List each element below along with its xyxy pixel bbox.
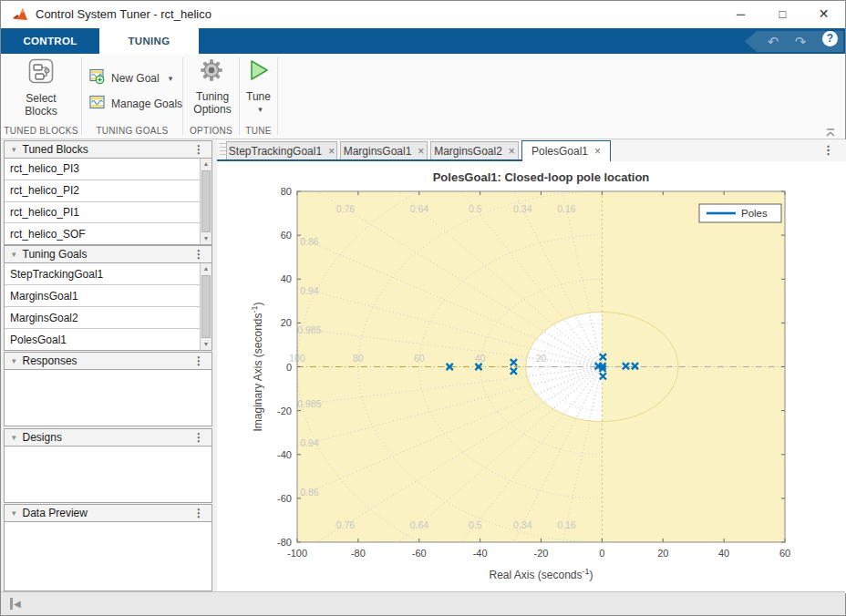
ribbon-group-label: TUNE: [240, 126, 277, 136]
tab-close-icon[interactable]: ×: [594, 145, 601, 158]
panel-collapse-left-icon[interactable]: ◀: [10, 598, 21, 610]
tab-tuning[interactable]: TUNING: [99, 28, 199, 54]
panel-header[interactable]: ▾ Designs ⋮: [4, 428, 212, 447]
panel-menu-icon[interactable]: ⋮: [186, 431, 212, 444]
help-icon[interactable]: ?: [822, 31, 838, 46]
document-tab-PolesGoal1[interactable]: PolesGoal1×: [521, 140, 611, 161]
scroll-up-icon[interactable]: ▲: [201, 159, 212, 169]
collapse-triangle-icon[interactable]: ▾: [12, 356, 16, 365]
y-tick-labels: -80-60-40-20020406080: [277, 186, 292, 548]
tuning-options-button[interactable]: Tuning Options: [183, 57, 239, 116]
manage-goals-button[interactable]: Manage Goals: [89, 94, 182, 114]
chevron-down-icon[interactable]: ▾: [243, 105, 277, 114]
svg-text:0.16: 0.16: [557, 519, 576, 530]
ribbon: Select Blocks TUNED BLOCKS New Goal: [1, 54, 845, 139]
list-item[interactable]: rct_helico_PI3: [5, 159, 200, 180]
tab-label: StepTrackingGoal1: [229, 145, 322, 158]
app-window: Control System Tuner - rct_helico ─ □ ✕ …: [0, 0, 846, 616]
panel-body: [4, 447, 212, 503]
select-blocks-label: Select Blocks: [12, 92, 70, 118]
list-item[interactable]: MarginsGoal1: [5, 285, 200, 307]
list-item[interactable]: rct_helico_PI1: [5, 202, 200, 224]
grip-icon[interactable]: [220, 143, 226, 158]
scroll-down-icon[interactable]: ▼: [201, 339, 212, 350]
tab-label: MarginsGoal1: [344, 145, 412, 158]
ribbon-collapse-icon[interactable]: [823, 126, 838, 137]
data-browser: ▾ Tuned Blocks ⋮ rct_helico_PI3rct_helic…: [4, 140, 212, 593]
svg-text:-40: -40: [473, 548, 488, 559]
ribbon-group-tuned-blocks: Select Blocks TUNED BLOCKS: [1, 54, 81, 139]
svg-text:0.76: 0.76: [336, 519, 356, 530]
plot-legend[interactable]: Poles: [699, 204, 781, 222]
tab-close-icon[interactable]: ×: [328, 145, 335, 158]
list-item[interactable]: PolesGoal1: [5, 329, 200, 350]
play-icon: [247, 70, 271, 86]
svg-text:40: 40: [718, 548, 729, 559]
svg-text:0.86: 0.86: [300, 487, 319, 498]
svg-text:40: 40: [281, 273, 292, 284]
scrollbar-thumb[interactable]: [201, 275, 211, 338]
svg-text:0.5: 0.5: [469, 203, 482, 214]
list-item[interactable]: rct_helico_SOF: [5, 223, 200, 244]
list-item[interactable]: MarginsGoal2: [5, 307, 200, 329]
panel-body: rct_helico_PI3rct_helico_PI2rct_helico_P…: [4, 159, 212, 245]
panel-header[interactable]: ▾ Tuning Goals ⋮: [4, 245, 212, 263]
sidebar-panel: ▾ Designs ⋮: [4, 428, 212, 503]
new-goal-button[interactable]: New Goal ▾: [89, 68, 172, 88]
select-blocks-button[interactable]: Select Blocks: [1, 57, 81, 118]
undo-icon[interactable]: ↶: [763, 32, 783, 51]
scrollbar[interactable]: ▲▼: [200, 263, 212, 350]
document-tab-MarginsGoal1[interactable]: MarginsGoal1×: [340, 141, 428, 159]
y-axis-label: Imaginary Axis (seconds-1): [250, 302, 264, 431]
tab-control-system[interactable]: CONTROL SYSTEM: [1, 28, 99, 54]
minimize-button[interactable]: ─: [720, 1, 761, 27]
document-tab-MarginsGoal2[interactable]: MarginsGoal2×: [430, 141, 519, 159]
list-item[interactable]: rct_helico_PI2: [5, 180, 200, 202]
svg-text:0: 0: [599, 548, 604, 559]
svg-text:20: 20: [281, 317, 292, 328]
svg-text:0.64: 0.64: [410, 203, 429, 214]
panel-menu-icon[interactable]: ⋮: [186, 354, 212, 367]
panel-menu-icon[interactable]: ⋮: [186, 507, 212, 519]
ribbon-group-label: TUNING GOALS: [82, 126, 182, 136]
svg-text:-40: -40: [277, 449, 292, 460]
svg-text:0.94: 0.94: [300, 285, 319, 296]
panel-menu-icon[interactable]: ⋮: [186, 248, 212, 261]
panel-header[interactable]: ▾ Data Preview ⋮: [4, 504, 212, 522]
tab-bar-menu-icon[interactable]: ⋮: [822, 143, 834, 157]
sidebar-panel: ▾ Responses ⋮: [4, 352, 212, 426]
svg-text:0: 0: [286, 362, 292, 373]
document-area: ⋮ StepTrackingGoal1×MarginsGoal1×Margins…: [217, 139, 846, 593]
document-tab-StepTrackingGoal1[interactable]: StepTrackingGoal1×: [226, 141, 337, 159]
panel-title: Tuned Blocks: [23, 143, 186, 156]
poles-plot[interactable]: PolesGoal1: Closed-loop pole location0.1…: [217, 161, 846, 593]
svg-text:0.86: 0.86: [300, 236, 319, 247]
close-button[interactable]: ✕: [803, 1, 844, 27]
plot-title: PolesGoal1: Closed-loop pole location: [433, 170, 650, 184]
svg-text:20: 20: [657, 548, 668, 559]
collapse-triangle-icon[interactable]: ▾: [12, 145, 16, 154]
scrollbar-thumb[interactable]: [201, 170, 211, 232]
scroll-up-icon[interactable]: ▲: [201, 263, 212, 274]
scrollbar[interactable]: ▲▼: [200, 159, 212, 244]
redo-icon[interactable]: ↷: [790, 32, 810, 51]
matlab-logo-icon: [12, 6, 28, 23]
tab-close-icon[interactable]: ×: [509, 145, 515, 158]
collapse-triangle-icon[interactable]: ▾: [12, 250, 16, 259]
collapse-triangle-icon[interactable]: ▾: [12, 508, 16, 518]
svg-text:-20: -20: [534, 548, 549, 559]
tune-button[interactable]: Tune ▾: [240, 57, 277, 114]
manage-goals-icon: [89, 94, 106, 114]
tune-label: Tune: [240, 90, 277, 103]
tab-close-icon[interactable]: ×: [418, 145, 424, 158]
svg-text:-100: -100: [287, 548, 307, 559]
panel-header[interactable]: ▾ Tuned Blocks ⋮: [4, 140, 212, 159]
maximize-button[interactable]: □: [762, 1, 803, 27]
collapse-triangle-icon[interactable]: ▾: [12, 433, 16, 442]
svg-text:0.76: 0.76: [336, 203, 356, 214]
panel-header[interactable]: ▾ Responses ⋮: [4, 352, 212, 370]
panel-menu-icon[interactable]: ⋮: [186, 143, 212, 156]
panel-body: StepTrackingGoal1MarginsGoal1MarginsGoal…: [4, 263, 212, 351]
list-item[interactable]: StepTrackingGoal1: [5, 263, 200, 285]
scroll-down-icon[interactable]: ▼: [201, 233, 212, 244]
